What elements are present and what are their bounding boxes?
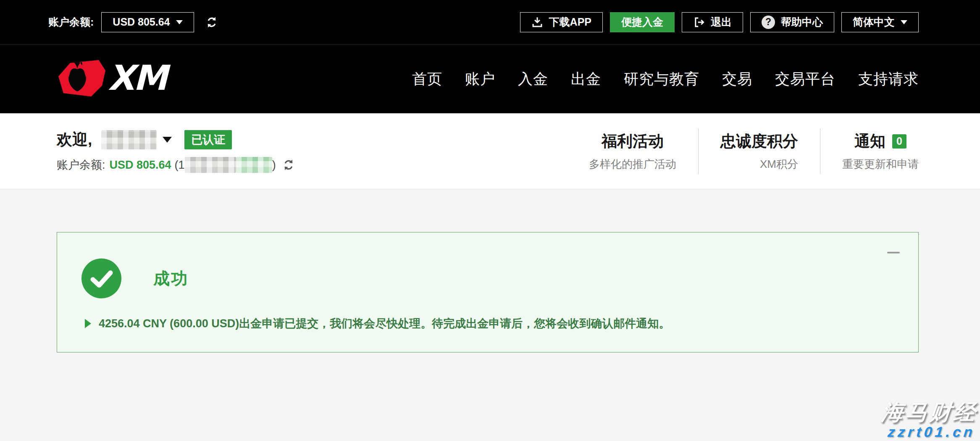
blurred-account-name (236, 157, 272, 173)
quick-deposit-button[interactable]: 便捷入金 (610, 12, 675, 32)
main-navbar: XM 首页 账户 入金 出金 研究与教育 交易 交易平台 支持请求 (0, 44, 980, 113)
widget-notifications[interactable]: 通知 0 重要更新和申请 (820, 128, 919, 174)
collapse-icon[interactable] (887, 252, 900, 253)
balance-row: 账户余额: USD 805.64 (1 ) (57, 157, 295, 173)
widget-loyalty-points[interactable]: 忠诚度积分 XM积分 (698, 128, 820, 174)
widget-notifications-subtitle: 重要更新和申请 (842, 157, 919, 172)
success-alert-message-row: 4256.04 CNY (600.00 USD)出金申请已提交，我们将会尽快处理… (81, 316, 897, 331)
greeting-row: 欢迎, 已认证 (57, 129, 295, 150)
chevron-down-icon (176, 20, 183, 24)
watermark-url: zzrt01.cn (879, 424, 976, 439)
nav-item-platforms[interactable]: 交易平台 (775, 69, 835, 89)
logout-icon (693, 16, 705, 28)
welcome-widgets: 福利活动 多样化的推广活动 忠诚度积分 XM积分 通知 0 重要更新和申请 (567, 128, 919, 174)
notification-count-badge: 0 (892, 134, 906, 149)
balance-refresh-icon[interactable] (282, 158, 295, 172)
widget-notifications-label: 通知 (854, 131, 885, 152)
nav-item-deposit[interactable]: 入金 (518, 69, 548, 89)
logout-label: 退出 (711, 15, 732, 29)
welcome-strip: 欢迎, 已认证 账户余额: USD 805.64 (1 ) (0, 113, 980, 189)
quick-deposit-label: 便捷入金 (621, 15, 663, 29)
blurred-username (101, 130, 157, 149)
topbar-balance-label: 账户余额: (48, 15, 94, 29)
widget-promotions-title: 福利活动 (602, 131, 664, 152)
widget-loyalty-subtitle: XM积分 (720, 157, 798, 172)
welcome-balance-value: USD 805.64 (110, 159, 171, 172)
widget-promotions[interactable]: 福利活动 多样化的推广活动 (567, 128, 698, 174)
refresh-icon[interactable] (205, 16, 218, 29)
refresh-icon-svg (205, 16, 218, 29)
question-icon: ? (762, 16, 775, 29)
page: 账户余额: USD 805.64 (0, 0, 980, 441)
watermark: 海马财经 zzrt01.cn (879, 401, 979, 439)
download-icon (531, 16, 543, 28)
widget-loyalty-title: 忠诚度积分 (720, 131, 798, 152)
nav-item-home[interactable]: 首页 (412, 69, 442, 89)
nav-item-research-education[interactable]: 研究与教育 (624, 69, 699, 89)
bullet-triangle-icon (85, 319, 91, 328)
download-app-label: 下载APP (549, 15, 591, 29)
chevron-down-icon (901, 20, 907, 24)
success-alert-header: 成功 (81, 258, 897, 298)
xm-logo[interactable]: XM (58, 59, 184, 99)
xm-logo-svg: XM (58, 59, 184, 99)
refresh-icon-svg (282, 158, 295, 172)
topbar: 账户余额: USD 805.64 (0, 0, 980, 44)
balance-dropdown[interactable]: USD 805.64 (101, 12, 194, 32)
user-menu-caret-icon[interactable] (163, 137, 172, 143)
xm-logo-text: XM (108, 59, 171, 98)
topbar-balance-group: 账户余额: USD 805.64 (48, 12, 218, 32)
success-alert: 成功 4256.04 CNY (600.00 USD)出金申请已提交，我们将会尽… (57, 232, 919, 352)
success-alert-title: 成功 (153, 267, 189, 290)
widget-promotions-subtitle: 多样化的推广活动 (589, 157, 676, 172)
balance-dropdown-value: USD 805.64 (113, 16, 170, 28)
nav-links: 首页 账户 入金 出金 研究与教育 交易 交易平台 支持请求 (412, 69, 919, 89)
watermark-brand: 海马财经 (880, 401, 979, 424)
nav-item-support[interactable]: 支持请求 (858, 69, 919, 89)
language-label: 简体中文 (853, 15, 895, 29)
welcome-user-block: 欢迎, 已认证 账户余额: USD 805.64 (1 ) (57, 129, 295, 173)
success-alert-message: 4256.04 CNY (600.00 USD)出金申请已提交，我们将会尽快处理… (99, 316, 670, 331)
help-center-button[interactable]: ? 帮助中心 (750, 12, 834, 32)
check-circle-icon (81, 258, 121, 298)
content-area: 成功 4256.04 CNY (600.00 USD)出金申请已提交，我们将会尽… (0, 189, 980, 441)
widget-notifications-title: 通知 0 (854, 131, 906, 152)
language-dropdown[interactable]: 简体中文 (841, 12, 919, 32)
topbar-actions: 下载APP 便捷入金 退出 ? 帮助中心 简体中文 (513, 12, 919, 32)
verified-badge: 已认证 (184, 130, 232, 149)
help-center-label: 帮助中心 (781, 15, 823, 29)
logout-button[interactable]: 退出 (682, 12, 743, 32)
download-app-button[interactable]: 下载APP (520, 12, 603, 32)
blurred-account-number (185, 157, 236, 173)
nav-item-trading[interactable]: 交易 (722, 69, 752, 89)
account-number-suffix: ) (272, 159, 276, 172)
account-number-prefix: (1 (175, 159, 185, 172)
welcome-balance-label: 账户余额: (57, 157, 105, 172)
greeting-text: 欢迎, (57, 129, 92, 150)
nav-item-account[interactable]: 账户 (465, 69, 495, 89)
nav-item-withdraw[interactable]: 出金 (571, 69, 601, 89)
